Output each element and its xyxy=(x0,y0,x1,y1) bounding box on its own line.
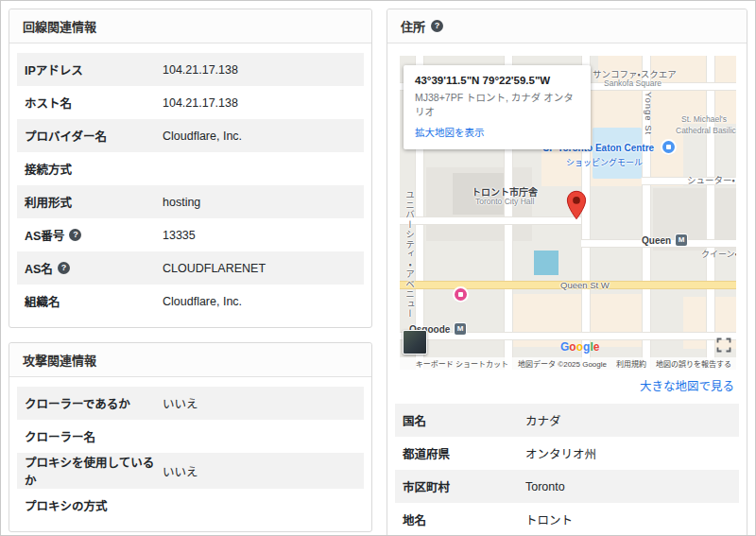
street-label-shuter-st: シューター・ス xyxy=(687,173,736,186)
row-label: 利用形式 xyxy=(25,193,163,211)
keyboard-shortcuts-link[interactable]: キーボード ショートカット xyxy=(416,358,508,369)
nathan-phillips-pool xyxy=(534,251,558,275)
right-column: 住所 ? xyxy=(387,9,747,536)
attack-info-card-header: 攻撃関連情報 xyxy=(9,343,371,377)
row-value: CLOUDFLARENET xyxy=(163,262,266,275)
street-label-yonge-st: Yonge St xyxy=(644,92,654,135)
row-label: IPアドレス xyxy=(25,61,163,78)
row-label: ホスト名 xyxy=(25,94,163,112)
queen-station-icon[interactable]: M xyxy=(676,234,687,246)
address-card: 住所 ? xyxy=(387,9,747,536)
table-row: プロキシを使用しているか いいえ xyxy=(17,453,364,489)
map-pin[interactable] xyxy=(566,190,587,224)
row-value: カナダ xyxy=(525,411,561,429)
map-road xyxy=(400,216,581,225)
view-larger-map-link[interactable]: 大きな地図で見る xyxy=(640,380,734,393)
help-icon[interactable]: ? xyxy=(431,20,443,32)
row-value: Cloudflare, Inc. xyxy=(163,295,242,308)
map-info-window: 43°39'11.5"N 79°22'59.5"W MJ38+7PF トロント,… xyxy=(404,65,591,149)
table-row: ホスト名 104.21.17.138 xyxy=(17,86,364,119)
line-info-table: IPアドレス 104.21.17.138 ホスト名 104.21.17.138 … xyxy=(9,43,371,327)
poi-label-eaton-centre-sub: ショッピングモール xyxy=(566,156,643,168)
google-logo[interactable]: Google xyxy=(560,340,599,354)
poi-label-city-hall-en: Toronto City Hall xyxy=(475,197,534,206)
google-map[interactable]: サンコファ・スクエア Sankofa Square Yonge St St. M… xyxy=(400,56,736,370)
station-label-queen[interactable]: Queen xyxy=(642,235,671,246)
google-logo-letter: G xyxy=(560,340,569,354)
row-label: AS名 ? xyxy=(25,259,163,277)
row-label: クローラー名 xyxy=(25,427,163,445)
ip-lookup-page: 回線関連情報 IPアドレス 104.21.17.138 ホスト名 104.21.… xyxy=(1,1,755,536)
help-icon[interactable]: ? xyxy=(69,229,81,241)
google-logo-letter: e xyxy=(593,340,600,354)
table-row: 接続方式 xyxy=(17,152,364,185)
street-label-queen-st-w: Queen St W xyxy=(560,280,610,290)
view-larger-map-row: 大きな地図で見る xyxy=(387,370,747,404)
fullscreen-icon[interactable] xyxy=(716,337,731,353)
enlarge-map-link[interactable]: 拡大地図を表示 xyxy=(415,125,485,139)
row-label: 国名 xyxy=(403,411,525,429)
map-section: サンコファ・スクエア Sankofa Square Yonge St St. M… xyxy=(387,43,747,370)
map-data-text: 地図データ ©2025 Google xyxy=(518,358,607,369)
poi-label-st-michaels: St. Michael's xyxy=(681,114,727,124)
table-row: 国名 カナダ xyxy=(395,404,739,437)
left-column: 回線関連情報 IPアドレス 104.21.17.138 ホスト名 104.21.… xyxy=(9,9,372,532)
eaton-centre-building xyxy=(593,128,642,179)
table-row: クローラーであるか いいえ xyxy=(17,387,364,420)
table-row: AS番号 ? 13335 xyxy=(17,218,364,251)
store-marker-icon[interactable] xyxy=(455,288,467,301)
attack-info-card-title: 攻撃関連情報 xyxy=(23,351,96,369)
line-info-card-header: 回線関連情報 xyxy=(9,9,371,43)
row-label: 接続方式 xyxy=(25,160,163,178)
help-icon[interactable]: ? xyxy=(58,262,70,274)
row-value: 104.21.17.138 xyxy=(163,63,238,77)
street-label-queen-kana: クイーン・ス xyxy=(701,248,736,260)
map-road xyxy=(400,332,736,340)
row-label: 都道府県 xyxy=(403,444,525,462)
row-label: プロキシを使用しているか xyxy=(25,453,163,489)
poi-label-sankofa-square-en: Sankofa Square xyxy=(604,78,662,88)
terms-link[interactable]: 利用規約 xyxy=(616,358,646,369)
report-error-link[interactable]: 地図の誤りを報告する xyxy=(656,358,731,369)
map-attribution-bar: キーボード ショートカット 地図データ ©2025 Google 利用規約 地図… xyxy=(400,357,736,370)
street-label-university-ave: ユニバーシティ・アベニュー xyxy=(403,190,416,320)
table-row: IPアドレス 104.21.17.138 xyxy=(17,53,364,86)
table-row: クローラー名 xyxy=(17,420,364,453)
table-row: 地名 トロント xyxy=(395,503,739,536)
table-row: プロバイダー名 Cloudflare, Inc. xyxy=(17,119,364,152)
shopping-bag-glyph xyxy=(666,145,671,149)
pin-icon xyxy=(566,190,587,220)
line-info-card: 回線関連情報 IPアドレス 104.21.17.138 ホスト名 104.21.… xyxy=(9,9,372,328)
table-row: 市区町村 Toronto xyxy=(395,470,739,503)
store-glyph xyxy=(458,292,463,297)
satellite-toggle-thumbnail[interactable] xyxy=(403,330,427,354)
row-value: Cloudflare, Inc. xyxy=(163,130,242,143)
shopping-mall-icon[interactable] xyxy=(662,141,675,153)
table-row: プロキシの方式 xyxy=(17,489,364,522)
row-value: いいえ xyxy=(163,462,198,480)
table-row: 都道府県 オンタリオ州 xyxy=(395,437,739,470)
row-label: 地名 xyxy=(403,510,525,528)
map-road xyxy=(706,56,715,370)
table-row: 組織名 Cloudflare, Inc. xyxy=(17,285,364,318)
row-value: hosting xyxy=(163,196,200,209)
row-label-text: AS名 xyxy=(25,259,53,277)
address-table: 国名 カナダ 都道府県 オンタリオ州 市区町村 Toronto 地名 トロント xyxy=(387,404,747,536)
poi-label-st-michaels-2: Cathedral Basilica xyxy=(676,126,736,135)
osgoode-station-icon[interactable]: M xyxy=(455,323,466,335)
address-card-title: 住所 xyxy=(401,17,425,35)
table-row: AS名 ? CLOUDFLARENET xyxy=(17,251,364,285)
row-label: 市区町村 xyxy=(403,477,525,495)
row-value: トロント xyxy=(525,510,573,528)
row-label-text: AS番号 xyxy=(25,226,64,244)
row-value: いいえ xyxy=(163,394,198,412)
coordinates-text: 43°39'11.5"N 79°22'59.5"W xyxy=(415,75,579,86)
row-value: Toronto xyxy=(525,480,565,493)
row-label: プロバイダー名 xyxy=(25,127,163,145)
table-row: 利用形式 hosting xyxy=(17,185,364,218)
google-logo-letter: o xyxy=(576,340,583,354)
row-value: 104.21.17.138 xyxy=(163,96,238,110)
row-label: クローラーであるか xyxy=(25,394,163,412)
plus-code-text: MJ38+7PF トロント, カナダ オンタリオ xyxy=(415,91,579,118)
address-card-header: 住所 ? xyxy=(387,9,747,43)
